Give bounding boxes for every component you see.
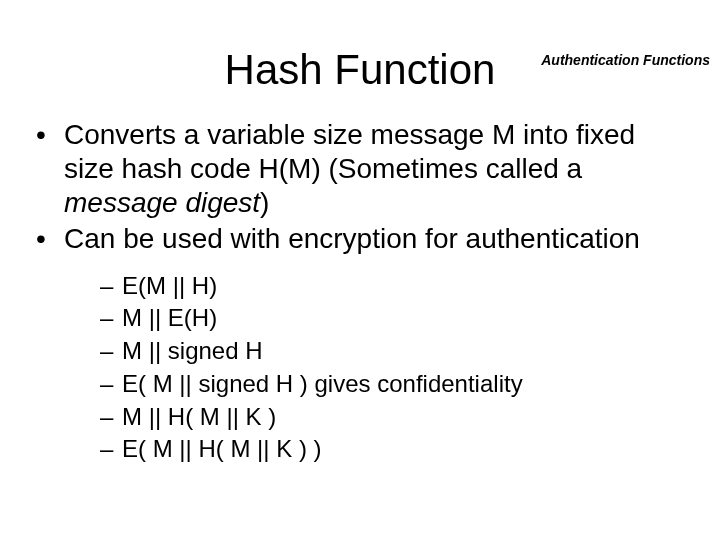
bullet-text-pre: Can be used with encryption for authenti… [64, 223, 640, 254]
bullet-text-pre: Converts a variable size message M into … [64, 119, 635, 184]
sub-bullet-item: M || signed H [100, 336, 692, 367]
bullet-text-em: message digest [64, 187, 260, 218]
sub-bullet-item: E(M || H) [100, 271, 692, 302]
sub-bullet-item: M || E(H) [100, 303, 692, 334]
sub-bullet-item: M || H( M || K ) [100, 402, 692, 433]
sub-bullet-item: E( M || signed H ) gives confidentiality [100, 369, 692, 400]
sub-bullet-list: E(M || H) M || E(H) M || signed H E( M |… [100, 271, 692, 465]
sub-bullet-item: E( M || H( M || K ) ) [100, 434, 692, 465]
slide-body: Converts a variable size message M into … [0, 118, 720, 465]
header-label: Authentication Functions [541, 52, 710, 68]
bullet-text-post: ) [260, 187, 269, 218]
bullet-item: Converts a variable size message M into … [28, 118, 692, 220]
bullet-item: Can be used with encryption for authenti… [28, 222, 692, 464]
slide: Authentication Functions Hash Function C… [0, 46, 720, 540]
bullet-list: Converts a variable size message M into … [28, 118, 692, 465]
